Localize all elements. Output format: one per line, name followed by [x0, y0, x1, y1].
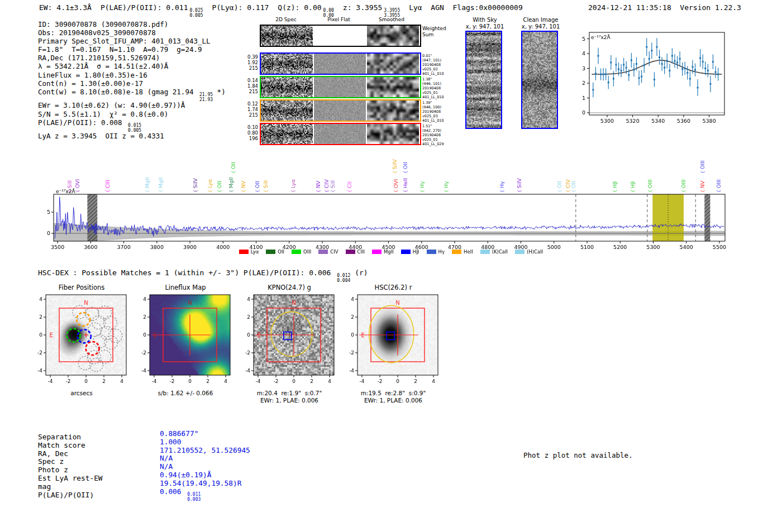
hscdex-match-header: HSC-DEX : Possible Matches = 1 (within +… — [38, 269, 368, 282]
match-row-label: mag — [38, 483, 160, 491]
stacked-uncertainty: 21.9521.93 — [199, 93, 213, 101]
report-header-summary: EW: 4.1±3.3ÅP(LAE)/P(OII): 0.0110.0250.0… — [39, 3, 532, 17]
legend-item: CIV — [318, 249, 338, 255]
legend-label: (K)CaII — [492, 249, 508, 255]
spec2d-cutout-figure: 2D SpecPixel FlatSmoothedWeighted Sum0.3… — [247, 16, 447, 147]
clean-image-title: Clean Image — [518, 17, 563, 23]
stacked-uncertainty: 0.0250.005 — [189, 9, 203, 17]
legend-item: (K)CaII — [480, 249, 508, 255]
legend-item: (H)CaII — [515, 249, 543, 255]
spectrum-line-legend: LyαOIIOIIICIVCIIIMgIIHβHγHeII(K)CaII(H)C… — [53, 249, 729, 255]
legend-swatch — [346, 250, 355, 254]
spec2d-row-image — [261, 100, 420, 121]
legend-label: Hγ — [438, 249, 445, 255]
header-segment: EW: 4.1±3.3Å — [39, 3, 92, 17]
match-row-value: 1.000 — [160, 438, 182, 447]
spec2d-row-stat: 0.10 — [247, 124, 258, 130]
clean-image-coords: x, y: 947, 101 — [518, 23, 563, 30]
fiber-positions-title: Fiber Positions — [31, 284, 132, 293]
header-segment: P(LAE)/P(OII): 0.0110.0250.005 — [101, 3, 203, 17]
match-row-label: P(LAE)/P(OII) — [38, 491, 160, 505]
table-row: Separation0.886677" — [38, 430, 250, 438]
match-row-value: 19.54(19.49,19.58)R — [160, 480, 241, 488]
stacked-uncertainty: 0.0120.004 — [337, 274, 350, 282]
header-segment: z: 3.39553.39553.3955 — [343, 3, 400, 17]
with-sky-title: With Sky — [462, 17, 507, 23]
kpno-cutout-title: KPNO(24.7) g — [239, 284, 340, 293]
spec2d-row-id: 0.01" (947, 101) 20190408 v025_02 401_LL… — [422, 54, 444, 76]
hsc-cutout-xlabel2: EWr: 1, PLAE: 0.006 — [343, 397, 444, 404]
info-line: P(LAE)/P(OII): 0.008 0.0150.005 — [38, 118, 226, 132]
lineflux-map-panel: Lineflux Map s/b: 1.62 +/- 0.066 — [135, 284, 236, 397]
info-line: Cont(n) = 1.30(±0.00)e-17 — [38, 79, 226, 88]
hsc-cutout-plot — [343, 293, 444, 387]
legend-swatch — [480, 250, 490, 254]
spec2d-row-stat: 1.74 — [247, 107, 258, 112]
spec2d-row-stat: 1.92 — [247, 60, 258, 65]
fiber-positions-panel: Fiber Positions arcsecs — [31, 284, 132, 397]
legend-label: Hβ — [413, 249, 419, 255]
clean-image-panel: Clean Image x, y: 947, 101 — [518, 17, 563, 131]
spec2d-row — [260, 25, 421, 47]
kpno-cutout-panel: KPNO(24.7) g m:20.4 re:1.9" s:0.7" EWr: … — [239, 284, 340, 404]
legend-swatch — [266, 250, 275, 254]
info-line: F=1.8" T=0.167 N=1.10 A=0.79 g=24.9 — [38, 45, 226, 54]
legend-swatch — [239, 250, 249, 254]
spec2d-row-id: 1.39" (946, 100) 20190408 v025_03 401_LL… — [422, 100, 444, 123]
photz-note: Phot z plot not available. — [523, 451, 633, 459]
emission-line-zoom-plot — [575, 27, 732, 126]
spec2d-row-stat: 215 — [247, 65, 258, 71]
match-row-value: 0.886677" — [160, 430, 198, 438]
legend-item: Lyα — [239, 249, 259, 255]
legend-item: OII — [266, 249, 284, 255]
spec2d-row — [260, 99, 421, 122]
clean-image — [521, 31, 558, 129]
match-row-label: Est LyA rest-EW — [38, 475, 160, 483]
legend-label: Lyα — [251, 249, 259, 255]
elixer-report-page: EW: 4.1±3.3ÅP(LAE)/P(OII): 0.0110.0250.0… — [0, 0, 782, 532]
hsc-cutout-title: HSC(26.2) r — [343, 284, 444, 293]
header-segment: P(Lyα): 0.117 — [212, 3, 269, 17]
catalog-match-table: Separation0.886677"Match score1.000RA, D… — [38, 430, 250, 501]
with-sky-panel: With Sky x, y: 947, 101 — [462, 17, 507, 131]
legend-label: (H)CaII — [527, 249, 543, 255]
spec2d-row-stat: 0.12 — [247, 101, 258, 107]
info-line: RA,Dec (171.210159,51.526974) — [38, 54, 226, 62]
stacked-uncertainty: 0.0110.003 — [187, 492, 201, 501]
with-sky-coords: x, y: 947, 101 — [462, 23, 507, 30]
legend-swatch — [401, 250, 411, 254]
info-line: LineFlux = 1.80(±0.35)e-16 — [38, 71, 226, 79]
spec2d-row-image — [261, 26, 420, 46]
full-spectrum-plot — [39, 148, 743, 258]
legend-item: Hγ — [427, 249, 445, 255]
lineflux-map-plot — [135, 293, 236, 387]
spec2d-column-header: 2D Spec — [260, 17, 312, 22]
legend-item: OIII — [292, 249, 311, 255]
kpno-cutout-xlabel2: EWr: 1, PLAE: 0.006 — [239, 397, 340, 404]
spec2d-column-header: Smoothed — [365, 17, 418, 22]
spec2d-row — [260, 123, 421, 145]
spec2d-row-stat: 0.80 — [247, 130, 258, 136]
info-line: Primary Spec_Slot_IFU_AMP: 401_013_043_L… — [38, 37, 226, 45]
spec2d-row-id: 1.38" (946, 101) 20190408 v025_01 401_LL… — [422, 77, 444, 99]
info-line: Cont(w) = 8.10(±0.08)e-18 (gmag 21.94 21… — [38, 88, 226, 102]
hsc-cutout-panel: HSC(26.2) r m:19.5 re:2.8" s:0.9" EWr: 1… — [343, 284, 444, 404]
match-row-label: RA, Dec — [38, 450, 160, 458]
spec2d-row-stat: 215 — [247, 112, 258, 118]
legend-swatch — [318, 250, 328, 254]
legend-label: MgII — [384, 249, 394, 255]
info-line: LyA z = 3.3945 OII z = 0.4331 — [38, 132, 226, 140]
spec2d-row-stat: 0.39 — [247, 54, 258, 60]
legend-label: OIII — [303, 249, 311, 255]
header-segment: Lyα AGN Flags:0x00000009 — [409, 3, 523, 17]
info-line: S/N = 5.5(±1.1) χ² = 0.8(±0.0) — [38, 110, 226, 118]
spec2d-row-id: 1.51" (942, 270) 20190408 v025_01 401_LL… — [422, 124, 444, 146]
legend-label: CIV — [330, 249, 338, 255]
legend-label: OII — [278, 249, 284, 255]
lineflux-map-xlabel: s/b: 1.62 +/- 0.066 — [135, 390, 236, 397]
detection-info-block: ID: 3090070878 (3090070878.pdf)Obs: 2019… — [38, 20, 226, 140]
kpno-cutout-plot — [239, 293, 340, 387]
spec2d-row — [260, 76, 421, 98]
info-line: λ = 5342.21Å σ = 14.51(±2.40)Å — [38, 62, 226, 70]
legend-swatch — [372, 250, 382, 254]
